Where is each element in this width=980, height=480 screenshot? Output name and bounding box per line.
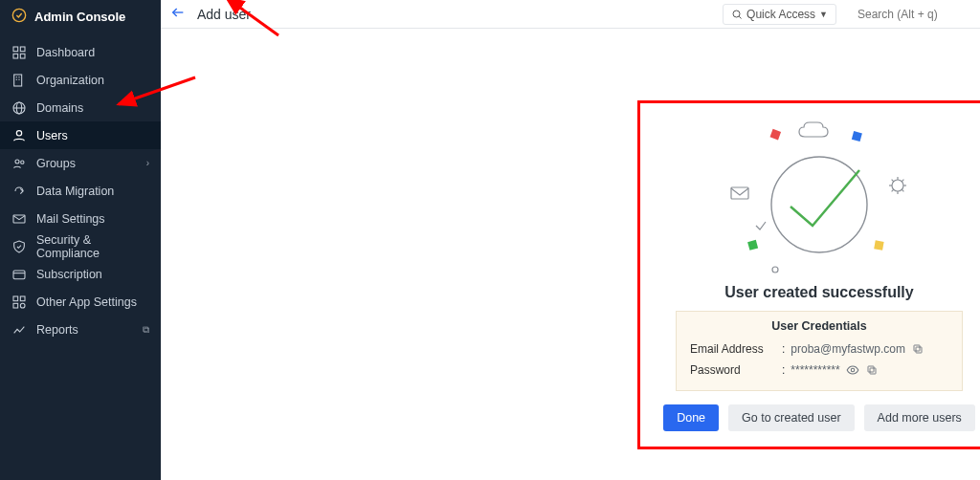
svg-point-22	[20, 303, 25, 308]
page-title: Add user	[197, 7, 251, 22]
button-row: Done Go to created user Add more users	[663, 404, 975, 431]
sidebar-item-label: Other App Settings	[36, 295, 137, 309]
quick-access-label: Quick Access	[746, 8, 815, 21]
topbar: Add user Quick Access ▼	[161, 0, 980, 29]
copy-email-icon[interactable]	[911, 342, 924, 356]
reports-icon	[11, 322, 27, 338]
brand: Admin Console	[0, 0, 161, 33]
back-button[interactable]	[170, 5, 186, 23]
subscription-icon	[11, 267, 27, 282]
user-icon	[11, 128, 27, 143]
sidebar-item-subscription[interactable]: Subscription	[0, 260, 161, 288]
svg-rect-31	[747, 240, 758, 251]
svg-line-39	[892, 180, 894, 182]
reveal-password-icon[interactable]	[846, 363, 859, 377]
sidebar-item-mail-settings[interactable]: Mail Settings	[0, 205, 161, 232]
globe-icon	[11, 100, 27, 116]
svg-rect-44	[916, 347, 922, 353]
svg-rect-5	[14, 75, 22, 86]
caret-down-icon: ▼	[819, 10, 828, 19]
svg-rect-20	[20, 296, 25, 301]
sidebar-item-label: Security & Compliance	[36, 233, 149, 260]
main-area: Add user Quick Access ▼	[161, 0, 980, 480]
sidebar-item-reports[interactable]: Reports ⧉	[0, 316, 161, 343]
popout-icon: ⧉	[143, 324, 149, 336]
svg-rect-1	[13, 47, 18, 52]
svg-point-14	[15, 160, 19, 164]
svg-rect-48	[868, 366, 874, 372]
svg-rect-17	[13, 271, 25, 279]
svg-rect-16	[13, 215, 25, 223]
sidebar-item-label: Organization	[36, 74, 104, 87]
svg-rect-29	[770, 129, 782, 141]
svg-rect-19	[13, 296, 18, 301]
password-label: Password	[690, 363, 776, 377]
credential-row-password: Password : ***********	[690, 360, 948, 381]
search-icon	[731, 9, 743, 20]
sidebar-item-label: Dashboard	[36, 46, 95, 59]
svg-rect-45	[914, 345, 920, 351]
svg-line-25	[739, 16, 741, 18]
email-value: proba@myfastwp.com	[791, 342, 905, 356]
svg-rect-43	[731, 187, 748, 199]
svg-rect-4	[20, 54, 25, 58]
user-created-panel: User created successfully User Credentia…	[637, 100, 980, 449]
sidebar-item-other-app-settings[interactable]: Other App Settings	[0, 288, 161, 316]
go-to-user-button[interactable]: Go to created user	[728, 404, 855, 431]
svg-rect-32	[874, 240, 883, 250]
svg-rect-47	[870, 368, 876, 374]
apps-icon	[11, 295, 27, 310]
sidebar-item-label: Domains	[36, 101, 83, 115]
sidebar-item-organization[interactable]: Organization	[0, 66, 161, 94]
svg-rect-2	[20, 47, 25, 52]
svg-line-41	[892, 189, 894, 191]
sidebar-item-label: Users	[36, 129, 68, 142]
dashboard-icon	[11, 45, 27, 60]
sidebar-item-label: Reports	[36, 323, 78, 337]
svg-rect-3	[13, 54, 18, 58]
sidebar: Admin Console Dashboard Organization Dom…	[0, 0, 161, 480]
svg-line-42	[902, 180, 903, 182]
sidebar-item-dashboard[interactable]: Dashboard	[0, 38, 161, 66]
credentials-title: User Credentials	[690, 319, 948, 333]
success-illustration	[714, 119, 924, 276]
brand-title: Admin Console	[34, 10, 125, 24]
sidebar-item-domains[interactable]: Domains	[0, 94, 161, 121]
sidebar-item-label: Subscription	[36, 268, 102, 281]
svg-point-0	[12, 9, 25, 21]
sidebar-item-groups[interactable]: Groups ›	[0, 149, 161, 177]
shield-icon	[11, 239, 27, 254]
search-input[interactable]	[856, 7, 970, 22]
chevron-right-icon: ›	[146, 158, 149, 168]
sidebar-item-label: Mail Settings	[36, 212, 105, 226]
credentials-box: User Credentials Email Address : proba@m…	[676, 311, 963, 391]
sidebar-nav: Dashboard Organization Domains Users Gro…	[0, 38, 161, 343]
quick-access-dropdown[interactable]: Quick Access ▼	[723, 4, 836, 25]
svg-rect-21	[13, 303, 18, 308]
groups-icon	[11, 156, 27, 171]
brand-logo-icon	[11, 8, 27, 26]
add-more-users-button[interactable]: Add more users	[864, 404, 975, 431]
svg-rect-30	[852, 131, 862, 142]
svg-point-15	[21, 161, 24, 164]
sidebar-item-label: Groups	[36, 157, 76, 170]
svg-line-40	[902, 189, 903, 191]
email-label: Email Address	[690, 342, 776, 356]
migration-icon	[11, 184, 27, 199]
svg-point-33	[772, 267, 778, 273]
mail-settings-icon	[11, 211, 27, 227]
success-title: User created successfully	[724, 284, 913, 301]
credential-row-email: Email Address : proba@myfastwp.com	[690, 338, 948, 360]
sidebar-item-data-migration[interactable]: Data Migration	[0, 177, 161, 205]
svg-point-28	[771, 157, 867, 252]
organization-icon	[11, 73, 27, 88]
done-button[interactable]: Done	[663, 404, 719, 431]
svg-point-24	[733, 11, 740, 17]
sidebar-item-security[interactable]: Security & Compliance	[0, 232, 161, 260]
sidebar-item-label: Data Migration	[36, 185, 114, 198]
sidebar-item-users[interactable]: Users	[0, 121, 161, 149]
svg-point-46	[851, 368, 855, 372]
password-value: ***********	[791, 363, 839, 377]
copy-password-icon[interactable]	[865, 363, 879, 377]
svg-point-13	[16, 130, 21, 135]
